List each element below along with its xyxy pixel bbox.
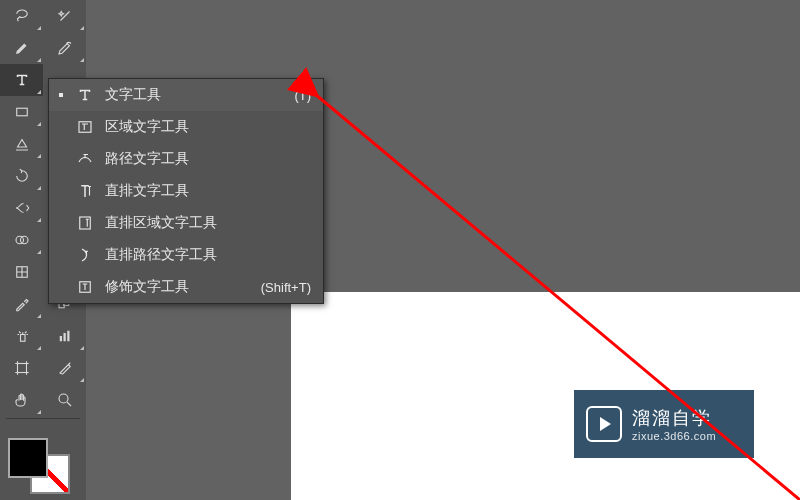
svg-rect-17 <box>17 364 26 373</box>
rectangle-tool[interactable] <box>0 96 43 128</box>
pen-tool[interactable] <box>0 32 43 64</box>
mesh-tool[interactable] <box>0 256 43 288</box>
path-text-icon <box>75 150 95 168</box>
type-tool[interactable] <box>0 64 43 96</box>
column-graph-tool[interactable] <box>43 320 86 352</box>
symbol-sprayer-tool[interactable] <box>0 320 43 352</box>
flyout-item-vertical-path-type[interactable]: 直排路径文字工具 <box>49 239 323 271</box>
watermark: 溜溜自学 zixue.3d66.com <box>574 390 754 458</box>
flyout-item-label: 文字工具 <box>105 86 284 104</box>
flyout-item-label: 直排区域文字工具 <box>105 214 311 232</box>
flyout-item-type[interactable]: 文字工具 (T) <box>49 79 323 111</box>
shape-builder-tool[interactable] <box>0 224 43 256</box>
svg-rect-14 <box>59 336 61 341</box>
flyout-item-shortcut: (Shift+T) <box>261 280 311 295</box>
svg-rect-0 <box>16 108 27 116</box>
flyout-item-shortcut: (T) <box>294 88 311 103</box>
svg-rect-19 <box>79 122 91 133</box>
svg-point-18 <box>59 394 68 403</box>
svg-rect-15 <box>63 333 65 341</box>
selected-indicator-icon <box>57 93 65 97</box>
flyout-item-vertical-type[interactable]: 直排文字工具 <box>49 175 323 207</box>
shaper-tool[interactable] <box>0 128 43 160</box>
fill-swatch[interactable] <box>8 438 48 478</box>
watermark-title: 溜溜自学 <box>632 406 716 430</box>
svg-rect-16 <box>67 331 69 342</box>
vertical-area-text-icon <box>75 214 95 232</box>
flyout-item-label: 区域文字工具 <box>105 118 311 136</box>
vertical-path-text-icon <box>75 246 95 264</box>
svg-rect-13 <box>20 335 25 342</box>
rotate-tool[interactable] <box>0 160 43 192</box>
zoom-tool[interactable] <box>43 384 86 416</box>
lasso-tool[interactable] <box>0 0 43 32</box>
flyout-item-vertical-area-type[interactable]: 直排区域文字工具 <box>49 207 323 239</box>
flyout-item-label: 直排路径文字工具 <box>105 246 311 264</box>
flyout-item-path-type[interactable]: 路径文字工具 <box>49 143 323 175</box>
curvature-tool[interactable] <box>43 32 86 64</box>
flyout-item-touch-type[interactable]: 修饰文字工具 (Shift+T) <box>49 271 323 303</box>
hand-tool[interactable] <box>0 384 43 416</box>
type-tool-flyout: 文字工具 (T) 区域文字工具 路径文字工具 直排文字工具 直排区域文字工具 <box>48 78 324 304</box>
flyout-item-area-type[interactable]: 区域文字工具 <box>49 111 323 143</box>
area-text-icon <box>75 118 95 136</box>
svg-point-7 <box>20 236 28 244</box>
color-swatches[interactable] <box>8 438 64 494</box>
flyout-item-label: 路径文字工具 <box>105 150 311 168</box>
flyout-item-label: 修饰文字工具 <box>105 278 251 296</box>
slice-tool[interactable] <box>43 352 86 384</box>
artboard-tool[interactable] <box>0 352 43 384</box>
magic-wand-tool[interactable] <box>43 0 86 32</box>
text-icon <box>75 86 95 104</box>
width-tool[interactable] <box>0 192 43 224</box>
touch-text-icon <box>75 278 95 296</box>
flyout-item-label: 直排文字工具 <box>105 182 311 200</box>
vertical-text-icon <box>75 182 95 200</box>
play-icon <box>586 406 622 442</box>
watermark-subtitle: zixue.3d66.com <box>632 430 716 442</box>
eyedropper-tool[interactable] <box>0 288 43 320</box>
